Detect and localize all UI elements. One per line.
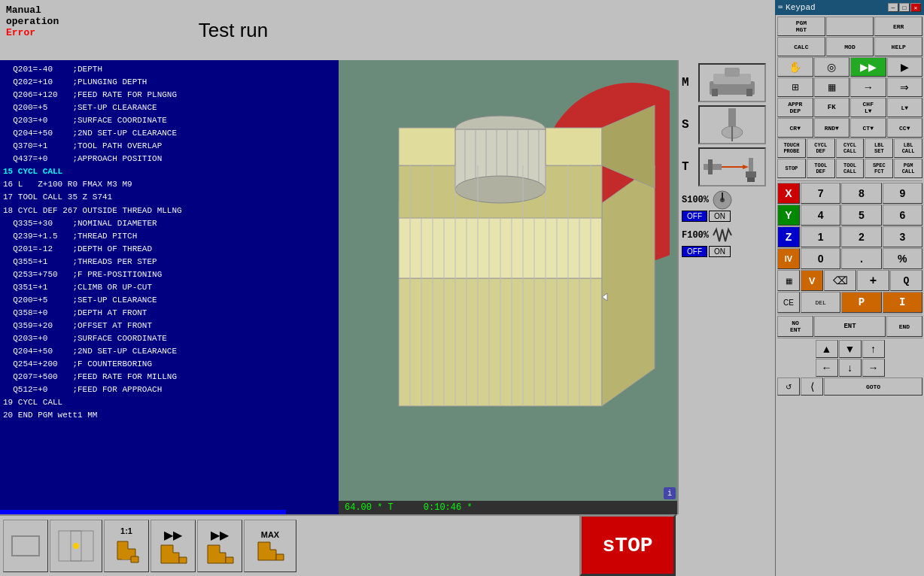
t-row: T (682, 147, 772, 186)
calc-button[interactable]: CALC (777, 37, 825, 56)
min-button[interactable]: ─ (888, 3, 898, 12)
axis-y-button[interactable]: Y (777, 205, 800, 226)
no-ent-button[interactable]: NOENT (777, 316, 813, 337)
pgm-mgt-button[interactable]: PGMMGT (777, 17, 825, 36)
q-button[interactable]: Q (890, 270, 922, 291)
p-button[interactable]: P (841, 292, 881, 313)
touch-probe-button[interactable]: TOUCHPROBE (777, 138, 806, 158)
bottom-btn1[interactable] (3, 520, 48, 572)
arrow-bold-button[interactable]: ▶▶ (850, 57, 886, 77)
stop-large-button[interactable]: sTOP (579, 514, 676, 576)
code-line: Q207=+500 ;FEED RATE FOR MILLNG (3, 371, 336, 383)
speed-on-button[interactable]: ON (709, 211, 731, 222)
axis-v-button[interactable]: V (801, 270, 823, 291)
num3-button[interactable]: 3 (883, 226, 922, 247)
cr-button[interactable]: CR▼ (777, 118, 813, 138)
tool-def-button[interactable]: TOOLDEF (807, 159, 835, 178)
num0-button[interactable]: 0 (801, 248, 840, 269)
feed-on-button[interactable]: ON (709, 246, 731, 257)
arrow2-button[interactable]: → (850, 77, 886, 97)
axis-z-button[interactable]: Z (777, 226, 800, 247)
code-line: Q370=+1 ;TOOL PATH OVERLAP (3, 140, 336, 153)
bottom-btn4[interactable]: ▶▶ (150, 520, 196, 572)
rotate-left-button[interactable]: ↺ (777, 377, 800, 396)
nav-up-button[interactable]: ▲ (816, 340, 838, 358)
svg-marker-69 (131, 556, 138, 562)
pgm-call-button[interactable]: PGMCALL (894, 159, 922, 178)
bottom-btn5[interactable]: ▶▶ (197, 520, 242, 572)
feed-off-button[interactable]: OFF (682, 246, 707, 257)
appr-dep-button[interactable]: APPRDEP (777, 98, 813, 117)
square1-button[interactable]: ⊞ (777, 77, 813, 97)
end-button[interactable]: END (886, 316, 922, 337)
square2-button[interactable]: ▦ (814, 77, 850, 97)
code-line: Q437=+0 ;APPROACH POSITION (3, 153, 336, 165)
axis-iv-button[interactable]: IV (777, 248, 800, 269)
circle-icon-button[interactable]: ◎ (814, 57, 850, 77)
num6-button[interactable]: 6 (883, 205, 922, 226)
ce-button[interactable]: CE (777, 292, 800, 313)
num4-button[interactable]: 4 (801, 205, 840, 226)
m-display (698, 63, 766, 102)
speed-off-button[interactable]: OFF (682, 211, 707, 222)
bottom-icon4 (158, 542, 188, 565)
cycl-def-button[interactable]: CYCLDEF (807, 138, 835, 158)
arrow-right-nav-button[interactable]: → (862, 359, 885, 377)
spec-fct-button[interactable]: SPECFCT (865, 159, 893, 178)
arrow3-button[interactable]: ⇒ (887, 77, 923, 97)
ent-button[interactable]: ENT (814, 316, 886, 337)
svg-marker-56 (743, 165, 749, 169)
tool-call-button[interactable]: TOOLCALL (836, 159, 865, 178)
stop-small-button[interactable]: STOP (777, 159, 806, 178)
percent-button[interactable]: % (883, 248, 922, 269)
max-button[interactable]: □ (899, 3, 910, 12)
lbl-set-button[interactable]: LBLSET (865, 138, 893, 158)
err-button[interactable]: ERR (874, 17, 922, 36)
del-button[interactable]: DEL (801, 292, 840, 313)
kp-row-v: ▦ V ⌫ + Q (777, 270, 922, 291)
s-label: S (682, 118, 695, 132)
code-line: Q203=+0 ;SURFACE COORDINATE (3, 332, 336, 345)
num5-button[interactable]: 5 (841, 205, 881, 226)
divider3 (777, 338, 922, 338)
code-area[interactable]: Q201=-40 ;DEPTH Q202=+10 ;PLUNGING DEPTH… (0, 60, 339, 514)
svg-rect-49 (746, 89, 752, 96)
feed-text: F100% (682, 230, 709, 241)
arrow-right-button[interactable]: ▶ (887, 57, 923, 77)
fk-button[interactable]: FK (814, 98, 850, 117)
arrow-up-button[interactable]: ↑ (862, 340, 885, 358)
hand-icon-button[interactable]: ✋ (777, 57, 813, 77)
close-button[interactable]: ✕ (910, 3, 921, 12)
arrow-left-button[interactable]: ← (816, 359, 838, 377)
plus-button[interactable]: + (857, 270, 889, 291)
ct-button[interactable]: CT▼ (850, 118, 886, 138)
bottom-btn6[interactable]: MAX (244, 520, 296, 572)
goto-button[interactable]: GOTO (824, 377, 922, 396)
arrow-down-button[interactable]: ↓ (839, 359, 862, 377)
nav-down-button[interactable]: ▼ (839, 340, 862, 358)
l-button[interactable]: L▼ (887, 98, 923, 117)
mod-button[interactable]: MOD (826, 37, 874, 56)
kp-row-pgm: PGMMGT ERR (777, 17, 922, 36)
num2-button[interactable]: 2 (841, 226, 881, 247)
bottom-btn2[interactable] (50, 520, 102, 572)
cycl-call-button[interactable]: CYCLCALL (836, 138, 865, 158)
i-button[interactable]: I (883, 292, 922, 313)
chf-button[interactable]: CHFL▼ (850, 98, 886, 117)
rnd-button[interactable]: RND▼ (814, 118, 850, 138)
num8-button[interactable]: 8 (841, 183, 881, 204)
num1-button[interactable]: 1 (801, 226, 840, 247)
decimal-button[interactable]: . (841, 248, 881, 269)
cc-button[interactable]: CC▼ (887, 118, 923, 138)
bottom-btn3[interactable]: 1:1 (104, 520, 149, 572)
prev-button[interactable]: ⟨ (801, 377, 823, 396)
keypad-icon: ⌨ (778, 3, 783, 12)
num7-button[interactable]: 7 (801, 183, 840, 204)
help-button[interactable]: HELP (874, 37, 922, 56)
backspace-button[interactable]: ⌫ (824, 270, 856, 291)
grid-button[interactable]: ▦ (777, 270, 800, 291)
blank1-button[interactable] (826, 17, 874, 36)
axis-x-button[interactable]: X (777, 183, 800, 204)
num9-button[interactable]: 9 (883, 183, 922, 204)
lbl-call-button[interactable]: LBLCALL (894, 138, 922, 158)
